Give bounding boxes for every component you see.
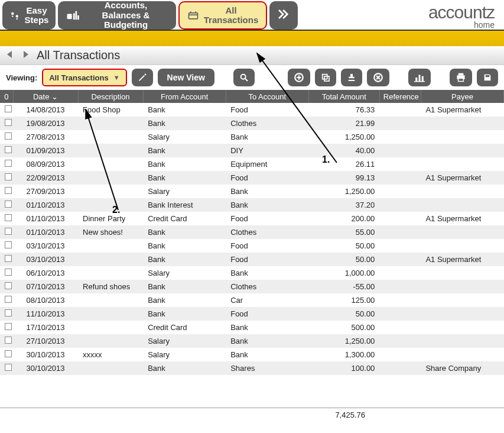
cell-date[interactable]: 01/10/2013 [13, 198, 78, 212]
table-row[interactable]: 08/10/2013BankCar125.00 [0, 293, 504, 307]
cell-payee[interactable] [421, 117, 503, 130]
cell-payee[interactable] [421, 225, 503, 239]
col-header-from[interactable]: From Account [143, 90, 226, 103]
cell-desc[interactable]: New shoes! [78, 225, 143, 239]
cell-ref[interactable] [379, 212, 421, 225]
cell-date[interactable]: 01/09/2013 [13, 144, 78, 157]
cell-desc[interactable] [78, 293, 143, 307]
cell-desc[interactable]: Dinner Party [78, 212, 143, 225]
table-row[interactable]: 03/10/2013BankFood50.00 [0, 239, 504, 253]
table-row[interactable]: 30/10/2013xxxxxSalaryBank1,300.00 [0, 348, 504, 361]
cell-date[interactable]: 27/10/2013 [13, 334, 78, 348]
cell-payee[interactable] [421, 157, 503, 171]
cell-amount[interactable]: 40.00 [308, 144, 379, 157]
table-row[interactable]: 01/10/2013New shoes!BankClothes55.00 [0, 225, 504, 239]
row-checkbox[interactable] [5, 160, 12, 167]
cell-ref[interactable] [379, 334, 421, 348]
cell-amount[interactable]: 1,250.00 [308, 334, 379, 348]
new-view-button[interactable]: New View [158, 69, 214, 86]
cell-amount[interactable]: 50.00 [308, 239, 379, 253]
table-row[interactable]: 14/08/2013Food ShopBankFood76.33A1 Super… [0, 103, 504, 117]
row-checkbox[interactable] [5, 201, 12, 208]
stamp-button[interactable] [341, 69, 362, 86]
cell-to[interactable]: Car [226, 293, 308, 307]
cell-from[interactable]: Bank [143, 280, 226, 293]
cell-date[interactable]: 03/10/2013 [13, 253, 78, 266]
cell-from[interactable]: Bank [143, 239, 226, 253]
col-header-payee[interactable]: Payee [421, 90, 503, 103]
cell-payee[interactable] [421, 144, 503, 157]
table-row[interactable]: 19/08/2013BankClothes21.99 [0, 117, 504, 130]
cell-desc[interactable]: Refund shoes [78, 280, 143, 293]
cell-to[interactable]: Clothes [226, 225, 308, 239]
cell-amount[interactable]: 37.20 [308, 198, 379, 212]
table-row[interactable]: 06/10/2013SalaryBank1,000.00 [0, 266, 504, 280]
delete-button[interactable] [367, 69, 389, 86]
tab-more-button[interactable] [269, 1, 298, 30]
cell-to[interactable]: DIY [226, 144, 308, 157]
cell-ref[interactable] [379, 225, 421, 239]
cell-to[interactable]: Shares [226, 361, 308, 375]
table-row[interactable]: 22/09/2013BankFood99.13A1 Supermarket [0, 171, 504, 185]
view-dropdown[interactable]: All Transactions ▼ [42, 69, 126, 86]
cell-date[interactable]: 03/10/2013 [13, 239, 78, 253]
cell-amount[interactable]: 26.11 [308, 157, 379, 171]
cell-date[interactable]: 30/10/2013 [13, 348, 78, 361]
cell-ref[interactable] [379, 144, 421, 157]
cell-from[interactable]: Bank [143, 293, 226, 307]
cell-from[interactable]: Bank [143, 157, 226, 171]
cell-payee[interactable] [421, 266, 503, 280]
cell-payee[interactable]: A1 Supermarket [421, 103, 503, 117]
cell-date[interactable]: 14/08/2013 [13, 103, 78, 117]
row-checkbox[interactable] [5, 282, 12, 289]
cell-from[interactable]: Credit Card [143, 321, 226, 334]
cell-ref[interactable] [379, 103, 421, 117]
cell-desc[interactable] [78, 266, 143, 280]
cell-desc[interactable] [78, 171, 143, 185]
cell-desc[interactable] [78, 157, 143, 171]
row-checkbox[interactable] [5, 241, 12, 248]
cell-amount[interactable]: 55.00 [308, 225, 379, 239]
cell-from[interactable]: Bank [143, 171, 226, 185]
cell-desc[interactable] [78, 130, 143, 144]
row-checkbox[interactable] [5, 133, 12, 140]
cell-to[interactable]: Bank [226, 321, 308, 334]
cell-date[interactable]: 19/08/2013 [13, 117, 78, 130]
cell-date[interactable]: 06/10/2013 [13, 266, 78, 280]
cell-desc[interactable] [78, 321, 143, 334]
cell-date[interactable]: 07/10/2013 [13, 280, 78, 293]
save-button[interactable] [477, 69, 498, 86]
row-checkbox[interactable] [5, 309, 12, 316]
cell-amount[interactable]: 100.00 [308, 361, 379, 375]
cell-amount[interactable]: 125.00 [308, 293, 379, 307]
cell-ref[interactable] [379, 253, 421, 266]
edit-view-button[interactable] [132, 69, 153, 86]
cell-payee[interactable] [421, 130, 503, 144]
cell-ref[interactable] [379, 198, 421, 212]
cell-ref[interactable] [379, 321, 421, 334]
cell-from[interactable]: Salary [143, 348, 226, 361]
cell-date[interactable]: 11/10/2013 [13, 307, 78, 321]
table-row[interactable]: 27/10/2013SalaryBank1,250.00 [0, 334, 504, 348]
col-header-to[interactable]: To Account [226, 90, 308, 103]
cell-date[interactable]: 17/10/2013 [13, 321, 78, 334]
table-row[interactable]: 30/10/2013BankShares100.00Share Company [0, 361, 504, 375]
cell-desc[interactable] [78, 253, 143, 266]
cell-to[interactable]: Bank [226, 334, 308, 348]
chart-button[interactable] [408, 69, 431, 86]
table-row[interactable]: 03/10/2013BankFood50.00A1 Supermarket [0, 253, 504, 266]
cell-payee[interactable]: A1 Supermarket [421, 253, 503, 266]
cell-desc[interactable] [78, 144, 143, 157]
cell-from[interactable]: Bank [143, 253, 226, 266]
cell-ref[interactable] [379, 117, 421, 130]
table-row[interactable]: 07/10/2013Refund shoesBankClothes-55.00 [0, 280, 504, 293]
cell-date[interactable]: 01/10/2013 [13, 212, 78, 225]
table-row[interactable]: 27/09/2013SalaryBank1,250.00 [0, 185, 504, 198]
cell-payee[interactable] [421, 321, 503, 334]
cell-from[interactable]: Bank [143, 361, 226, 375]
row-checkbox[interactable] [5, 323, 12, 330]
col-header-ref[interactable]: Reference [379, 90, 421, 103]
table-row[interactable]: 27/08/2013SalaryBank1,250.00 [0, 130, 504, 144]
row-checkbox[interactable] [5, 119, 12, 126]
cell-desc[interactable] [78, 307, 143, 321]
